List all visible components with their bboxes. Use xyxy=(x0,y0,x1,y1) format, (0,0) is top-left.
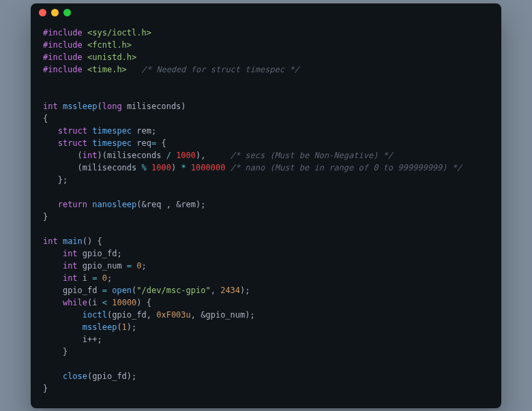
ident: miliseconds xyxy=(83,163,136,172)
number-literal: 0 xyxy=(102,273,107,283)
type-name: timespec xyxy=(92,138,132,148)
operator: / xyxy=(166,151,171,160)
type-keyword: int xyxy=(63,261,78,271)
operator: * xyxy=(181,163,186,172)
var-name: gpio_fd xyxy=(83,249,117,258)
var-name: rem xyxy=(136,126,151,136)
include-directive: #include xyxy=(43,52,83,62)
type-keyword: int xyxy=(63,249,78,258)
include-directive: #include xyxy=(43,40,83,50)
number-literal: 0 xyxy=(136,261,141,271)
type-keyword: int xyxy=(43,237,58,246)
include-header: <unistd.h> xyxy=(87,52,136,62)
increment: i++ xyxy=(83,335,98,344)
ident: i xyxy=(92,298,97,307)
comment: /* nano (Must be in range of 0 to 999999… xyxy=(231,163,462,172)
function-call: mssleep xyxy=(83,322,117,332)
var-name: req xyxy=(136,138,151,148)
include-header: <sys/ioctl.h> xyxy=(87,28,151,37)
minimize-icon[interactable] xyxy=(51,9,59,16)
function-name: main xyxy=(63,237,83,246)
return-keyword: return xyxy=(58,200,87,209)
function-call: open xyxy=(112,286,132,295)
include-header: <time.h> xyxy=(87,65,127,74)
type-keyword: long xyxy=(102,102,122,111)
maximize-icon[interactable] xyxy=(63,9,71,16)
number-literal: 1000 xyxy=(176,151,196,160)
arg: &rem xyxy=(176,200,196,209)
number-literal: 1000 xyxy=(151,163,171,172)
string-literal: "/dev/msc-gpio" xyxy=(136,286,210,295)
struct-keyword: struct xyxy=(58,138,87,148)
number-literal: 10000 xyxy=(112,298,136,307)
while-keyword: while xyxy=(63,298,87,307)
arg: gpio_fd xyxy=(92,371,127,381)
code-window: #include <sys/ioctl.h> #include <fcntl.h… xyxy=(31,3,501,408)
var-name: gpio_num xyxy=(83,261,122,271)
operator: % xyxy=(142,163,147,172)
var-name: gpio_fd xyxy=(63,286,98,295)
type-name: timespec xyxy=(92,126,132,136)
include-directive: #include xyxy=(43,65,83,74)
window-titlebar xyxy=(31,3,501,22)
number-literal: 1000000 xyxy=(191,163,226,172)
type-keyword: int xyxy=(43,102,58,111)
comment: /* Needed for struct timespec */ xyxy=(142,65,299,74)
ident: miliseconds xyxy=(107,151,161,160)
struct-keyword: struct xyxy=(58,126,87,136)
close-icon[interactable] xyxy=(39,9,46,16)
function-name: mssleep xyxy=(63,102,98,111)
comment: /* secs (Must be Non-Negative) */ xyxy=(231,151,393,160)
number-literal: 1 xyxy=(122,322,127,332)
function-call: nanosleep xyxy=(92,200,136,209)
code-content: #include <sys/ioctl.h> #include <fcntl.h… xyxy=(31,22,501,408)
function-call: close xyxy=(63,371,87,381)
arg: gpio_fd xyxy=(112,310,147,320)
function-call: ioctl xyxy=(83,310,107,320)
operator: < xyxy=(102,298,107,307)
number-literal: 2434 xyxy=(220,286,240,295)
type-keyword: int xyxy=(63,273,78,283)
arg: &req xyxy=(142,200,162,209)
cast-type: int xyxy=(83,151,98,160)
hex-literal: 0xF003u xyxy=(156,310,191,320)
var-name: i xyxy=(83,273,87,283)
param-name: miliseconds xyxy=(127,102,181,111)
include-directive: #include xyxy=(43,28,83,37)
arg: &gpio_num xyxy=(201,310,245,320)
include-header: <fcntl.h> xyxy=(87,40,132,50)
